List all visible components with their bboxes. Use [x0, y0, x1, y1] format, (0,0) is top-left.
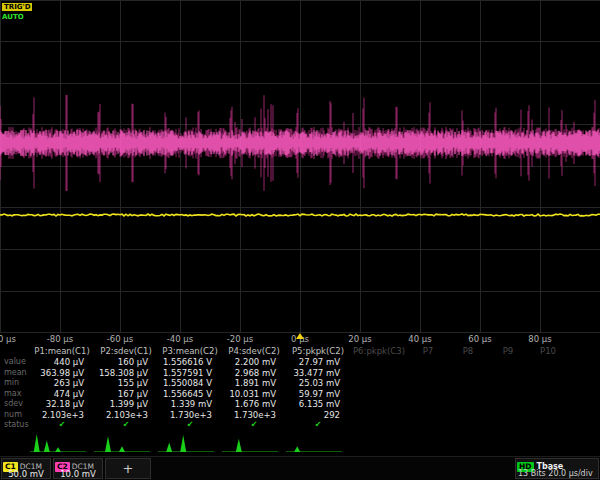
measurement-row-sdev: sdev32.18 µV1.399 µV1.339 mV1.676 mV6.13…	[2, 399, 598, 410]
histicon-p1[interactable]	[30, 431, 86, 453]
measurement-header[interactable]: P5:pkpk(C2)	[286, 346, 350, 357]
measurement-row-label: max	[2, 389, 30, 400]
measurement-value: 1.730e+3	[158, 410, 222, 421]
measurement-value-empty	[448, 357, 488, 368]
status-check-icon: ✔	[94, 420, 158, 431]
channel2-descriptor[interactable]: C2DC1M 10.0 mV	[53, 458, 103, 479]
measurement-value: 1.399 µV	[94, 399, 158, 410]
time-axis-label: -20 µs	[227, 334, 253, 344]
measurement-value-empty	[528, 420, 568, 431]
measurement-value-empty	[528, 368, 568, 379]
measurement-header[interactable]: P4:sdev(C2)	[222, 346, 286, 357]
measurement-value-empty	[408, 399, 448, 410]
measurement-row-max: max474 µV167 µV1.556645 V10.031 mV59.97 …	[2, 389, 598, 400]
channel1-scale: 50.0 mV	[2, 469, 50, 479]
trigger-position-marker[interactable]	[296, 333, 304, 339]
measurement-row-value: value440 µV160 µV1.556616 V2.200 mV27.97…	[2, 357, 598, 368]
measurement-header-unused[interactable]: P10	[528, 346, 568, 357]
measurement-value-empty	[448, 368, 488, 379]
measurement-value: 155 µV	[94, 378, 158, 389]
histicon-p4[interactable]	[222, 431, 278, 453]
measurement-row-status: status✔✔✔✔✔	[2, 420, 598, 431]
measurement-row-num: num2.103e+32.103e+31.730e+31.730e+3292	[2, 410, 598, 421]
oscilloscope-screen: TRIG'D AUTO -100 µs-80 µs-60 µs-40 µs-20…	[0, 0, 600, 480]
measurement-row-mean: mean363.98 µV158.308 µV1.557591 V2.968 m…	[2, 368, 598, 379]
channel2-header: C2DC1M	[54, 459, 102, 469]
measurement-value: 1.557591 V	[158, 368, 222, 379]
measurement-value-empty	[448, 378, 488, 389]
measurement-value: 32.18 µV	[30, 399, 94, 410]
measurement-value-empty	[448, 420, 488, 431]
measurement-value-empty	[488, 389, 528, 400]
measurement-header-unused[interactable]: P6:pkpk(C3)	[350, 346, 408, 357]
channel1-descriptor[interactable]: C1DC1M 50.0 mV	[1, 458, 51, 479]
measurement-value-empty	[350, 378, 408, 389]
measurement-value: 2.968 mV	[222, 368, 286, 379]
measurement-row-label: num	[2, 410, 30, 421]
timebase-descriptor[interactable]: HDTbase 13 Bits 20.0 µs/div	[515, 458, 599, 479]
histicon-p2[interactable]	[94, 431, 150, 453]
measurement-value-empty	[488, 410, 528, 421]
measurement-row-label: mean	[2, 368, 30, 379]
time-axis-label: -100 µs	[0, 334, 16, 344]
timebase-header: HDTbase	[516, 459, 598, 469]
measurement-value: 6.135 mV	[286, 399, 350, 410]
measurement-value: 1.891 mV	[222, 378, 286, 389]
timebase-settings: 13 Bits 20.0 µs/div	[516, 469, 598, 479]
measurement-value-empty	[488, 399, 528, 410]
bottom-bar: C1DC1M 50.0 mV C2DC1M 10.0 mV + HDTbase …	[0, 456, 600, 480]
measurement-value-empty	[350, 368, 408, 379]
measurement-value-empty	[528, 378, 568, 389]
measurement-value: 1.556616 V	[158, 357, 222, 368]
measurement-value: 1.339 mV	[158, 399, 222, 410]
measurement-value-empty	[448, 399, 488, 410]
measurement-value-empty	[528, 410, 568, 421]
time-axis-label: 80 µs	[528, 334, 551, 344]
c2-trace-core	[0, 130, 600, 156]
time-axis-label: -40 µs	[167, 334, 193, 344]
measurement-value: 59.97 mV	[286, 389, 350, 400]
measurement-table: P1:mean(C1)P2:sdev(C1)P3:mean(C2)P4:sdev…	[2, 346, 598, 431]
measurement-value: 2.200 mV	[222, 357, 286, 368]
measurement-row-label: min	[2, 378, 30, 389]
time-axis-label: 60 µs	[468, 334, 491, 344]
measurement-value-empty	[350, 399, 408, 410]
histicon-p3[interactable]	[158, 431, 214, 453]
measurement-header[interactable]: P2:sdev(C1)	[94, 346, 158, 357]
measurement-value: 1.730e+3	[222, 410, 286, 421]
add-trace-button[interactable]: +	[105, 458, 151, 479]
measurement-value: 167 µV	[94, 389, 158, 400]
measurement-value-empty	[488, 420, 528, 431]
measurement-value: 27.97 mV	[286, 357, 350, 368]
measurement-corner	[2, 346, 30, 357]
measurement-header[interactable]: P1:mean(C1)	[30, 346, 94, 357]
measurement-value: 1.550084 V	[158, 378, 222, 389]
measurement-value-empty	[350, 420, 408, 431]
measurement-header-row: P1:mean(C1)P2:sdev(C1)P3:mean(C2)P4:sdev…	[2, 346, 598, 357]
measurement-value: 25.03 mV	[286, 378, 350, 389]
measurement-value: 33.477 mV	[286, 368, 350, 379]
measurement-header[interactable]: P3:mean(C2)	[158, 346, 222, 357]
measurement-value-empty	[408, 357, 448, 368]
histicon-p5[interactable]	[286, 431, 342, 453]
measurement-value-empty	[528, 357, 568, 368]
measurement-value-empty	[408, 378, 448, 389]
measurement-row-label: status	[2, 420, 30, 431]
measurement-value-empty	[408, 368, 448, 379]
status-check-icon: ✔	[286, 420, 350, 431]
measurement-value: 1.676 mV	[222, 399, 286, 410]
status-check-icon: ✔	[222, 420, 286, 431]
measurement-value: 2.103e+3	[30, 410, 94, 421]
measurement-header-unused[interactable]: P8	[448, 346, 488, 357]
time-axis-label: 40 µs	[408, 334, 431, 344]
measurement-value-empty	[350, 410, 408, 421]
histicon-row	[0, 431, 600, 454]
time-axis-label: -80 µs	[47, 334, 73, 344]
measurement-header-unused[interactable]: P9	[488, 346, 528, 357]
time-axis-label: 20 µs	[348, 334, 371, 344]
waveform-display[interactable]	[0, 0, 600, 333]
measurement-value: 440 µV	[30, 357, 94, 368]
measurement-row-min: min263 µV155 µV1.550084 V1.891 mV25.03 m…	[2, 378, 598, 389]
measurement-value-empty	[408, 420, 448, 431]
measurement-header-unused[interactable]: P7	[408, 346, 448, 357]
